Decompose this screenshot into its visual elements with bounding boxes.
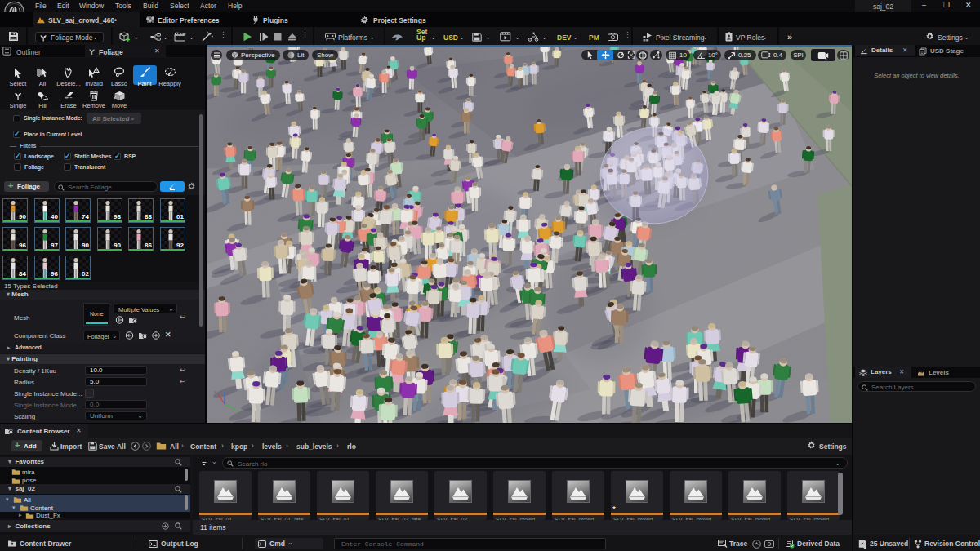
svg-text:x: x — [214, 389, 216, 394]
svg-text:y: y — [236, 408, 238, 413]
